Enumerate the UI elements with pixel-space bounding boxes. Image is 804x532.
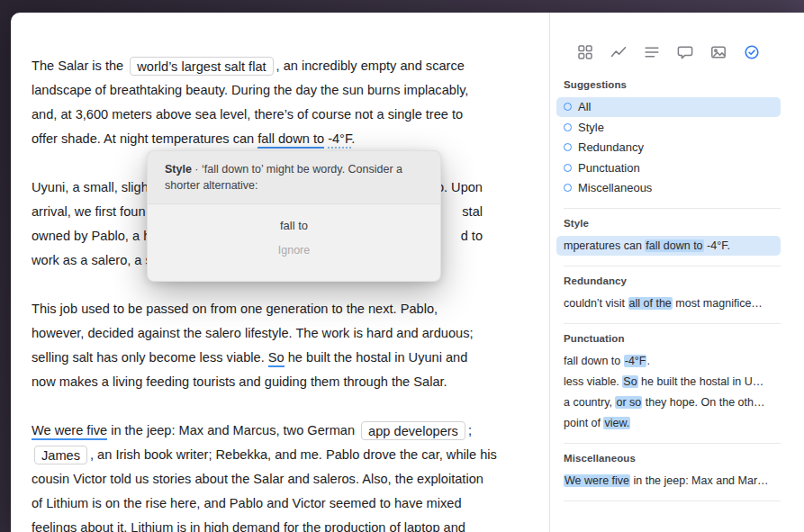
image-icon[interactable]: [709, 43, 727, 61]
section-heading: Redundancy: [564, 275, 781, 286]
text-line: and, at 3,600 meters above sea level, th…: [32, 103, 538, 127]
category-filter-list: AllStyleRedundancyPunctuationMiscellaneo…: [550, 97, 804, 198]
text-run: they hope. On the oth…: [642, 396, 764, 409]
suggestion-snippet[interactable]: a country, or so they hope. On the oth…: [564, 392, 781, 412]
category-circle-icon: [564, 103, 572, 111]
paragraph: We were five in the jeep: Max and Marcus…: [32, 419, 538, 532]
section-heading: Style: [564, 218, 781, 229]
suggestion-sections: Stylemperatures can fall down to -4°F.Re…: [550, 218, 804, 501]
suggestion-snippet[interactable]: We were five in the jeep: Max and Mar…: [564, 471, 781, 491]
paragraph: This job used to be passed on from one g…: [32, 297, 538, 394]
text-line: selling salt has only become less viable…: [32, 346, 538, 370]
text-run: arrival, we first foun: [32, 204, 146, 219]
suggestion-underlined-text[interactable]: We were five: [32, 423, 107, 440]
category-circle-icon: [564, 143, 572, 151]
annotation-token[interactable]: app developers: [361, 421, 465, 440]
text-run: work as a salero, a s: [32, 253, 152, 267]
filter-miscellaneous[interactable]: Miscellaneous: [556, 178, 781, 198]
suggestion-underlined-text[interactable]: So: [268, 350, 285, 367]
paragraph: The Salar is the world’s largest salt fl…: [32, 54, 538, 151]
text-run: o. Upon: [437, 180, 483, 194]
suggestion-popover: Style · ‘fall down to’ might be wordy. C…: [147, 150, 441, 282]
text-run: point of: [564, 417, 603, 429]
suggestion-dotted-underlined-text[interactable]: -4°F: [328, 131, 351, 149]
text-line: landscape of breathtaking beauty. During…: [32, 78, 538, 103]
comment-icon[interactable]: [676, 43, 694, 61]
grid-view-icon[interactable]: [576, 43, 594, 61]
ignore-button[interactable]: Ignore: [148, 232, 440, 257]
text-line: The Salar is the world’s largest salt fl…: [32, 54, 538, 78]
highlighted-text[interactable]: We were five: [564, 474, 630, 487]
text-line: James, an Irish book writer; Rebekka, an…: [32, 443, 538, 467]
filter-redundancy[interactable]: Redundancy: [556, 138, 781, 158]
text-fragment-right: stal: [462, 200, 483, 224]
outline-list-icon[interactable]: [643, 43, 661, 61]
highlighted-text[interactable]: -4°F: [624, 355, 647, 367]
text-run: mperatures can: [564, 239, 645, 252]
text-run: offer shade. At night temperatures can: [32, 131, 257, 146]
text-fragment-left: work as a salero, a s: [32, 248, 152, 273]
text-line: of Lithium is on the rise here, and Pabl…: [32, 491, 538, 516]
highlighted-text[interactable]: So: [622, 375, 637, 388]
text-run: however, decided against the salero life…: [32, 326, 474, 340]
filter-punctuation[interactable]: Punctuation: [556, 158, 781, 178]
replacement-suggestion-button[interactable]: fall to: [148, 204, 440, 232]
suggestions-heading: Suggestions: [564, 79, 781, 90]
text-run: , an incredibly empty and scarce: [276, 59, 465, 73]
highlighted-text[interactable]: fall down to: [645, 239, 703, 252]
filter-label: Redundancy: [578, 140, 644, 154]
text-run: The Salar is the: [32, 59, 127, 73]
text-run: in the jeep: Max and Mar…: [630, 474, 769, 487]
text-run: he built the hostal in U…: [638, 375, 764, 388]
text-run: , an Irish book writer; Rebekka, and me.…: [90, 447, 497, 462]
category-circle-icon: [564, 164, 572, 172]
text-fragment-left: Uyuni, a small, sligh: [32, 176, 149, 200]
text-run: owned by Pablo, a h: [32, 229, 150, 243]
suggestion-category-label: Style: [165, 163, 192, 176]
proofread-check-icon[interactable]: [743, 43, 761, 61]
text-line: however, decided against the salero life…: [32, 321, 538, 346]
highlighted-text[interactable]: all of the: [628, 297, 673, 310]
text-run: couldn’t visit: [564, 297, 628, 310]
text-run: feelings about it. Lithium is in high de…: [32, 520, 465, 532]
text-line: feelings about it. Lithium is in high de…: [32, 516, 538, 532]
suggestion-snippet[interactable]: less viable. So he built the hostal in U…: [564, 372, 781, 392]
text-fragment-left: owned by Pablo, a h: [32, 224, 150, 248]
separator: [564, 266, 781, 266]
highlighted-text[interactable]: or so: [615, 396, 642, 409]
separator: [564, 443, 781, 444]
section-heading: Punctuation: [564, 333, 781, 344]
highlighted-text[interactable]: view.: [603, 417, 630, 429]
text-run: cousin Victor told us stories about the …: [32, 472, 483, 486]
separator: [564, 323, 781, 324]
annotation-token[interactable]: James: [34, 446, 87, 464]
suggestion-underlined-text[interactable]: fall down to: [257, 131, 324, 149]
filter-all[interactable]: All: [556, 97, 781, 117]
suggestion-snippet[interactable]: couldn’t visit all of the most magnifice…: [564, 293, 781, 313]
activity-icon[interactable]: [610, 43, 628, 61]
suggestion-description-text: · ‘fall down to’ might be wordy. Conside…: [165, 163, 402, 192]
text-run: less viable.: [564, 375, 622, 388]
text-run: fall down to: [564, 355, 624, 367]
filter-label: Punctuation: [578, 161, 640, 175]
text-line: now makes a living feeding tourists and …: [32, 370, 538, 394]
editor-pane[interactable]: The Salar is the world’s largest salt fl…: [32, 54, 538, 532]
text-run: and, at 3,600 meters above sea level, th…: [32, 107, 463, 122]
text-run: .: [646, 355, 649, 367]
suggestion-snippet[interactable]: fall down to -4°F.: [564, 351, 781, 371]
category-circle-icon: [564, 184, 572, 192]
filter-label: Miscellaneous: [578, 181, 652, 194]
filter-style[interactable]: Style: [556, 118, 781, 138]
annotation-token[interactable]: world’s largest salt flat: [130, 57, 273, 76]
suggestion-snippet[interactable]: mperatures can fall down to -4°F.: [556, 236, 781, 256]
suggestion-snippet[interactable]: point of view.: [564, 413, 781, 433]
text-run: -4°F.: [704, 239, 730, 252]
revision-sidebar: Suggestions AllStyleRedundancyPunctuatio…: [549, 13, 804, 532]
text-line: offer shade. At night temperatures can f…: [32, 127, 538, 151]
text-line: We were five in the jeep: Max and Marcus…: [32, 419, 538, 443]
text-run: .: [351, 131, 355, 146]
text-run: stal: [462, 204, 483, 219]
separator: [564, 208, 781, 209]
app-window: The Salar is the world’s largest salt fl…: [11, 13, 804, 532]
text-run: most magnifice…: [673, 297, 763, 310]
